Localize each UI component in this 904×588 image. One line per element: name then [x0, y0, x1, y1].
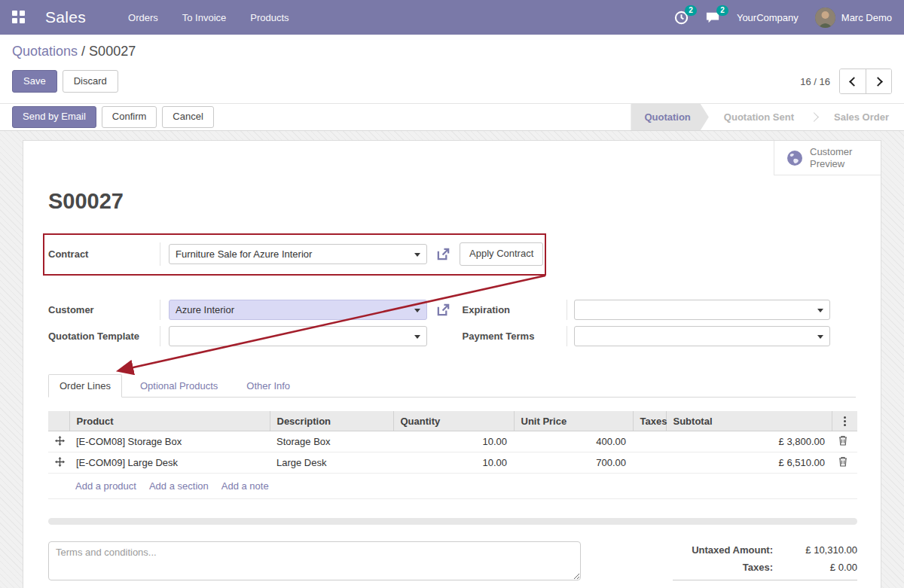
- apps-menu-icon[interactable]: [12, 11, 26, 24]
- activities-icon[interactable]: 2: [674, 11, 689, 25]
- untaxed-amount-value: £ 10,310.00: [773, 544, 857, 556]
- control-panel: Quotations / S00027 Save Discard 16 / 16: [0, 35, 904, 103]
- activities-badge: 2: [685, 5, 697, 16]
- add-a-product-link[interactable]: Add a product: [75, 480, 136, 492]
- confirm-button[interactable]: Confirm: [102, 106, 157, 128]
- optional-columns-header[interactable]: [832, 411, 857, 431]
- drag-handle[interactable]: [48, 431, 69, 452]
- user-name: Marc Demo: [841, 12, 892, 23]
- customer-select[interactable]: Azure Interior: [169, 300, 427, 320]
- cancel-button[interactable]: Cancel: [162, 106, 213, 128]
- add-a-note-link[interactable]: Add a note: [221, 480, 269, 492]
- statusbar: Send by Email Confirm Cancel Quotation Q…: [0, 103, 904, 131]
- product-cell[interactable]: [E-COM08] Storage Box: [69, 431, 270, 452]
- taxes-cell[interactable]: [633, 452, 666, 474]
- subtotal-column-header: Subtotal: [666, 411, 832, 431]
- pager-next-button[interactable]: [866, 69, 891, 93]
- customer-value: Azure Interior: [176, 304, 234, 315]
- form-sheet: Customer Preview S00027 Contract Furnitu…: [23, 140, 881, 588]
- expiration-select[interactable]: [574, 300, 830, 320]
- notebook-tabs: Order Lines Optional Products Other Info: [48, 374, 856, 398]
- chevron-left-icon: [849, 77, 859, 87]
- external-link-icon[interactable]: [436, 303, 450, 317]
- table-footer-links: Add a product Add a section Add a note: [48, 474, 857, 499]
- unit-price-cell[interactable]: 400.00: [514, 431, 633, 452]
- top-navbar: Sales Orders To Invoice Products 2 2 You…: [0, 0, 904, 35]
- description-cell[interactable]: Storage Box: [270, 431, 393, 452]
- totals-summary: Untaxed Amount: £ 10,310.00 Taxes: £ 0.0…: [673, 541, 857, 588]
- tab-order-lines[interactable]: Order Lines: [48, 374, 122, 398]
- drag-handle[interactable]: [48, 452, 69, 474]
- customer-label: Customer: [48, 304, 160, 315]
- table-row: [E-COM08] Storage Box Storage Box 10.00 …: [48, 431, 857, 452]
- quantity-column-header: Quantity: [393, 411, 514, 431]
- payment-terms-select[interactable]: [574, 326, 830, 346]
- product-column-header: Product: [69, 411, 270, 431]
- step-separator-icon: [809, 112, 819, 122]
- product-cell[interactable]: [E-COM09] Large Desk: [69, 452, 270, 474]
- user-menu[interactable]: Marc Demo: [815, 8, 892, 28]
- tab-optional-products[interactable]: Optional Products: [130, 375, 228, 397]
- discard-button[interactable]: Discard: [63, 70, 118, 93]
- nav-menu-products[interactable]: Products: [250, 12, 289, 23]
- payment-terms-label: Payment Terms: [454, 331, 567, 342]
- send-by-email-button[interactable]: Send by Email: [12, 106, 96, 128]
- breadcrumb-separator: /: [81, 44, 85, 59]
- taxes-value: £ 0.00: [773, 562, 857, 573]
- handle-column-header: [48, 411, 69, 431]
- subtotal-cell: £ 3,800.00: [666, 431, 832, 452]
- add-a-section-link[interactable]: Add a section: [149, 480, 209, 492]
- contract-value: Furniture Sale for Azure Interior: [176, 248, 312, 260]
- dropdown-caret-icon: [817, 335, 823, 339]
- status-step-sales-order[interactable]: Sales Order: [819, 104, 904, 130]
- status-step-quotation-sent[interactable]: Quotation Sent: [709, 104, 809, 130]
- horizontal-scrollbar[interactable]: [48, 518, 857, 525]
- unit-price-column-header: Unit Price: [514, 411, 633, 431]
- description-column-header: Description: [270, 411, 393, 431]
- contract-select[interactable]: Furniture Sale for Azure Interior: [169, 244, 427, 264]
- trash-icon: [838, 435, 848, 446]
- quantity-cell[interactable]: 10.00: [393, 452, 514, 474]
- messages-badge: 2: [716, 5, 728, 16]
- content-background: Customer Preview S00027 Contract Furnitu…: [0, 131, 904, 588]
- expiration-label: Expiration: [454, 304, 567, 315]
- breadcrumb: Quotations / S00027: [12, 44, 892, 59]
- taxes-cell[interactable]: [633, 431, 666, 452]
- terms-and-conditions-input[interactable]: [48, 541, 581, 580]
- move-handle-icon: [55, 457, 65, 467]
- nav-menu-to-invoice[interactable]: To Invoice: [182, 12, 227, 23]
- quotation-template-label: Quotation Template: [48, 331, 160, 342]
- taxes-column-header: Taxes: [633, 411, 666, 431]
- delete-row-button[interactable]: [832, 431, 857, 452]
- vertical-dots-icon: [839, 416, 851, 426]
- external-link-icon[interactable]: [436, 247, 450, 261]
- status-steps: Quotation Quotation Sent Sales Order: [631, 104, 904, 130]
- table-header-row: Product Description Quantity Unit Price …: [48, 411, 857, 431]
- customer-preview-label: Customer Preview: [810, 146, 858, 169]
- messages-icon[interactable]: 2: [705, 11, 720, 24]
- pager-previous-button[interactable]: [840, 69, 866, 93]
- company-switcher[interactable]: YourCompany: [737, 12, 799, 23]
- save-button[interactable]: Save: [12, 70, 57, 93]
- avatar: [815, 8, 835, 28]
- tab-other-info[interactable]: Other Info: [236, 375, 301, 397]
- quotation-template-select[interactable]: [169, 326, 427, 346]
- move-handle-icon: [55, 436, 65, 446]
- breadcrumb-current: S00027: [89, 44, 136, 59]
- status-step-quotation[interactable]: Quotation: [631, 104, 708, 130]
- app-brand[interactable]: Sales: [45, 8, 86, 26]
- table-row: [E-COM09] Large Desk Large Desk 10.00 70…: [48, 452, 857, 474]
- apply-contract-button[interactable]: Apply Contract: [460, 242, 543, 266]
- contract-label: Contract: [48, 248, 160, 260]
- trash-icon: [838, 456, 848, 467]
- nav-menu-orders[interactable]: Orders: [128, 12, 158, 23]
- customer-preview-button[interactable]: Customer Preview: [774, 141, 881, 175]
- breadcrumb-quotations[interactable]: Quotations: [12, 44, 78, 59]
- unit-price-cell[interactable]: 700.00: [514, 452, 633, 474]
- description-cell[interactable]: Large Desk: [270, 452, 393, 474]
- dropdown-caret-icon: [414, 253, 420, 257]
- delete-row-button[interactable]: [832, 452, 857, 474]
- quantity-cell[interactable]: 10.00: [393, 431, 514, 452]
- dropdown-caret-icon: [414, 309, 420, 312]
- subtotal-cell: £ 6,510.00: [666, 452, 832, 474]
